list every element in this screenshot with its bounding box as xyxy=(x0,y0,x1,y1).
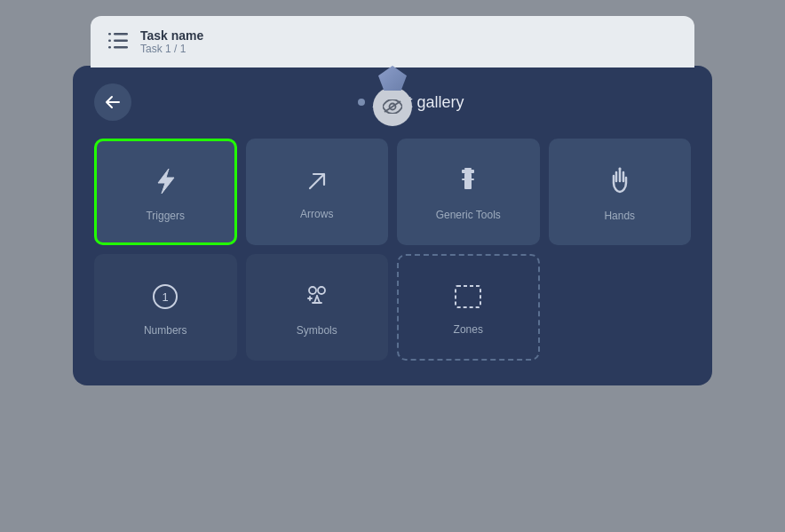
zones-icon xyxy=(454,284,482,313)
svg-rect-8 xyxy=(464,168,472,170)
asset-cell-generic-tools[interactable]: Generic Tools xyxy=(397,139,540,245)
asset-cell-arrows[interactable]: Arrows xyxy=(246,139,389,245)
triggers-icon xyxy=(153,167,178,199)
asset-cell-numbers[interactable]: 1 Numbers xyxy=(94,254,237,361)
asset-grid-row2: 1 Numbers Symbols xyxy=(94,254,691,361)
back-button[interactable] xyxy=(94,83,131,121)
svg-point-16 xyxy=(318,287,325,294)
svg-point-12 xyxy=(618,168,621,171)
svg-rect-4 xyxy=(108,39,111,42)
task-info: Task name Task 1 / 1 xyxy=(140,28,203,55)
generic-tools-icon xyxy=(457,168,479,198)
eye-toggle-button[interactable] xyxy=(373,87,412,126)
svg-rect-10 xyxy=(464,173,472,189)
eye-connector-area xyxy=(373,66,412,126)
svg-rect-9 xyxy=(462,170,474,173)
svg-rect-17 xyxy=(456,286,480,307)
svg-rect-3 xyxy=(108,33,111,36)
triggers-label: Triggers xyxy=(146,210,185,222)
gem-decoration xyxy=(378,66,407,91)
symbols-label: Symbols xyxy=(297,324,337,337)
svg-point-15 xyxy=(309,287,316,294)
asset-cell-triggers[interactable]: Triggers xyxy=(94,139,237,245)
task-bar: Task name Task 1 / 1 xyxy=(91,16,694,67)
asset-cell-zones[interactable]: Zones xyxy=(397,254,540,361)
hands-label: Hands xyxy=(604,210,635,222)
asset-cell-symbols[interactable]: Symbols xyxy=(246,254,389,361)
svg-text:1: 1 xyxy=(163,290,169,304)
title-dot xyxy=(358,99,365,106)
symbols-icon xyxy=(304,283,330,314)
task-name-label: Task name xyxy=(140,28,203,43)
asset-grid-row1: Triggers Arrows Generic Tools xyxy=(94,139,691,245)
svg-rect-11 xyxy=(462,179,474,180)
task-list-icon xyxy=(108,33,128,52)
svg-rect-2 xyxy=(114,46,128,49)
svg-rect-5 xyxy=(108,46,111,49)
svg-rect-1 xyxy=(114,39,128,42)
arrows-icon xyxy=(305,169,329,197)
numbers-icon: 1 xyxy=(152,283,178,314)
generic-tools-label: Generic Tools xyxy=(436,209,501,221)
asset-cell-hands[interactable]: Hands xyxy=(549,139,692,245)
arrows-label: Arrows xyxy=(300,208,333,220)
zones-label: Zones xyxy=(454,323,483,336)
task-progress-label: Task 1 / 1 xyxy=(140,43,203,55)
svg-rect-0 xyxy=(114,33,128,36)
numbers-label: Numbers xyxy=(144,324,187,337)
hands-icon xyxy=(608,167,631,199)
